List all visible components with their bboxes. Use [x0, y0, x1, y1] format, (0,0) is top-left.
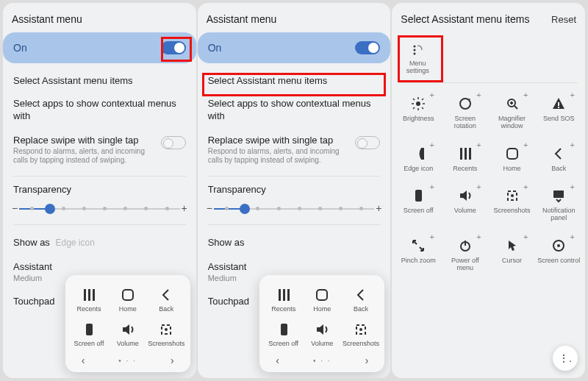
popup-next-icon[interactable]: › — [365, 355, 369, 366]
volume-icon — [303, 320, 342, 339]
replace-swipe-sub: Respond to alarms, alerts, and incoming … — [13, 147, 161, 165]
replace-swipe-switch[interactable] — [355, 136, 380, 149]
grid-item-home[interactable]: +Home — [489, 138, 536, 180]
grid-item-notif[interactable]: +Notification panel — [535, 179, 582, 229]
add-icon[interactable]: + — [523, 90, 528, 99]
select-assistant-items-link[interactable]: Select Assistant menu items — [198, 69, 391, 92]
slider-thumb[interactable] — [45, 204, 55, 214]
menusettings-icon — [399, 41, 436, 59]
show-as-label[interactable]: Show as — [198, 229, 391, 248]
popup-item-screenoff[interactable]: Screen off — [264, 317, 303, 350]
divider — [13, 224, 186, 225]
add-icon[interactable]: + — [570, 232, 575, 241]
popup-item-screenshots[interactable]: Screenshots — [147, 317, 186, 350]
add-icon[interactable]: + — [570, 140, 575, 149]
divider — [13, 176, 186, 177]
grid-item-screenoff[interactable]: +Screen off — [395, 179, 442, 229]
grid-item-recents[interactable]: +Recents — [442, 138, 489, 180]
popup-item-home[interactable]: Home — [108, 282, 147, 316]
screenshot-icon — [342, 320, 381, 339]
add-icon[interactable]: + — [476, 232, 481, 241]
divider — [208, 224, 381, 225]
add-icon[interactable]: + — [430, 90, 434, 99]
select-apps-link[interactable]: Select apps to show contextual menus wit… — [198, 92, 391, 129]
transparency-slider[interactable]: − + — [13, 204, 186, 214]
slider-minus-icon[interactable]: − — [207, 202, 212, 214]
add-icon[interactable]: + — [523, 182, 528, 191]
show-as-label[interactable]: Show as Edge icon — [3, 229, 196, 248]
assistant-menu-toggle-row[interactable]: On — [3, 32, 196, 63]
recents-icon — [264, 285, 303, 305]
add-icon[interactable]: + — [476, 90, 481, 99]
back-icon — [147, 285, 186, 305]
add-icon[interactable]: + — [570, 182, 575, 191]
add-icon[interactable]: + — [523, 232, 528, 241]
add-icon[interactable]: + — [523, 140, 528, 149]
slider-plus-icon[interactable]: + — [376, 202, 381, 214]
popup-prev-icon[interactable]: ‹ — [82, 355, 85, 366]
popup-item-recents[interactable]: Recents — [264, 282, 303, 316]
back-icon — [342, 285, 381, 305]
select-assistant-items-link[interactable]: Select Assistant menu items — [3, 69, 196, 92]
grid-item-volume[interactable]: +Volume — [442, 179, 489, 229]
screenoff-icon — [70, 320, 109, 339]
transparency-row: Transparency − + — [3, 181, 196, 220]
transparency-label: Transparency — [13, 184, 186, 195]
add-icon[interactable]: + — [430, 232, 434, 241]
transparency-slider[interactable]: − + — [208, 204, 381, 214]
grid-item-pinch[interactable]: +Pinch zoom — [395, 229, 442, 279]
add-icon[interactable]: + — [430, 182, 434, 191]
add-icon[interactable]: + — [430, 140, 434, 149]
popup-page-dots: • · · — [313, 357, 331, 365]
grid-item-brightness[interactable]: +Brightness — [395, 88, 442, 138]
grid-item-sos[interactable]: +Send SOS — [535, 88, 582, 138]
assistant-size-label[interactable]: Assistant — [3, 248, 196, 272]
popup-prev-icon[interactable]: ‹ — [276, 355, 279, 366]
popup-item-volume[interactable]: Volume — [303, 317, 342, 350]
replace-swipe-row[interactable]: Replace swipe with single tap Respond to… — [3, 129, 196, 171]
select-apps-link[interactable]: Select apps to show contextual menus wit… — [3, 92, 196, 129]
popup-item-screenoff[interactable]: Screen off — [70, 317, 109, 350]
screen-1: Assistant menu On Select Assistant menu … — [3, 3, 196, 378]
toggle-label: On — [13, 42, 27, 54]
grid-item-screenctrl[interactable]: +Screen control — [535, 229, 582, 279]
assistant-menu-toggle-row[interactable]: On — [198, 32, 391, 63]
transparency-row: Transparency − + — [198, 181, 391, 220]
slider-plus-icon[interactable]: + — [181, 202, 187, 214]
popup-item-back[interactable]: Back — [342, 282, 381, 316]
replace-swipe-row[interactable]: Replace swipe with single tap Respond to… — [198, 129, 391, 171]
slider-thumb[interactable] — [240, 204, 250, 214]
screen-2: Assistant menu On Select Assistant menu … — [198, 3, 391, 378]
grid-item-magnifier[interactable]: +Magnifier window — [489, 88, 536, 138]
add-icon[interactable]: + — [476, 182, 481, 191]
grid-item-power[interactable]: +Power off menu — [442, 229, 489, 279]
grid-item-edge[interactable]: +Edge icon — [395, 138, 442, 180]
popup-item-recents[interactable]: Recents — [70, 282, 109, 316]
popup-page-dots: • · · — [118, 357, 137, 365]
volume-icon — [108, 320, 147, 339]
assistant-fab[interactable]: ⋮. — [553, 346, 578, 371]
grid-item-rotation[interactable]: +Screen rotation — [442, 88, 489, 138]
grid-item-screenshots[interactable]: +Screenshots — [489, 179, 536, 229]
popup-item-screenshots[interactable]: Screenshots — [342, 317, 381, 350]
add-icon[interactable]: + — [570, 90, 575, 99]
reset-button[interactable]: Reset — [551, 14, 576, 25]
popup-next-icon[interactable]: › — [171, 355, 174, 366]
popup-item-back[interactable]: Back — [147, 282, 186, 316]
add-icon[interactable]: + — [476, 140, 481, 149]
assistant-floating-menu[interactable]: Recents Home Back Screen off Volume Scre… — [259, 275, 384, 372]
home-icon — [108, 285, 147, 305]
assistant-size-label[interactable]: Assistant — [198, 248, 391, 272]
replace-swipe-switch[interactable] — [161, 136, 186, 149]
slider-minus-icon[interactable]: − — [12, 202, 18, 214]
screenshot-icon — [147, 320, 186, 339]
grid-item-cursor[interactable]: +Cursor — [489, 229, 536, 279]
assistant-floating-menu[interactable]: Recents Home Back Screen off Volume Scre… — [65, 275, 190, 372]
popup-item-home[interactable]: Home — [303, 282, 342, 316]
assistant-menu-switch[interactable] — [161, 41, 186, 54]
popup-item-volume[interactable]: Volume — [108, 317, 147, 350]
menu-settings-item[interactable]: Menu settings — [398, 37, 437, 78]
grid-item-back[interactable]: +Back — [535, 138, 582, 180]
assistant-menu-switch[interactable] — [355, 41, 380, 54]
screenoff-icon — [264, 320, 303, 339]
